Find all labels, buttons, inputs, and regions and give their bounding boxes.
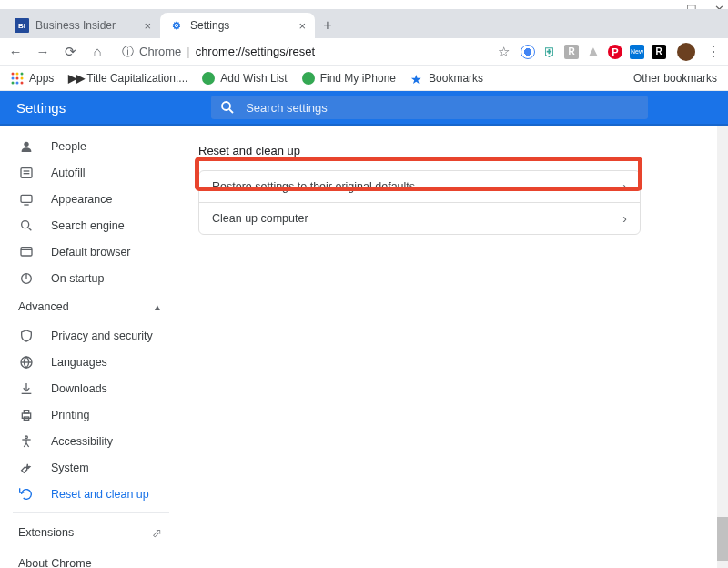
scrollbar-thumb[interactable] <box>717 517 728 561</box>
home-button[interactable]: ⌂ <box>89 44 106 59</box>
ext-icon-1[interactable] <box>521 45 535 59</box>
power-icon <box>18 270 35 287</box>
svg-point-17 <box>22 220 29 228</box>
ext-icon-r2[interactable]: R <box>652 45 666 59</box>
forward-button[interactable]: → <box>35 44 51 59</box>
reload-button[interactable]: ⟳ <box>62 44 78 60</box>
svg-point-9 <box>222 102 230 110</box>
external-link-icon: ⬀ <box>152 526 162 540</box>
globe-icon <box>18 354 35 370</box>
sidebar-item-system[interactable]: System <box>0 454 182 481</box>
svg-point-4 <box>16 76 19 79</box>
search-input[interactable] <box>246 101 639 115</box>
vertical-scrollbar[interactable] <box>717 126 728 568</box>
sidebar-advanced-label: Advanced <box>18 300 69 313</box>
svg-point-2 <box>21 72 24 75</box>
tab-label: Business Insider <box>35 19 116 32</box>
restore-settings-row[interactable]: Restore settings to their original defau… <box>199 171 640 202</box>
svg-line-34 <box>26 443 29 447</box>
sidebar-item-default-browser[interactable]: Default browser <box>0 238 182 265</box>
svg-point-8 <box>21 81 24 84</box>
bookmark-star-icon[interactable]: ☆ <box>498 44 510 60</box>
cleanup-row[interactable]: Clean up computer › <box>199 203 640 234</box>
tab-settings[interactable]: ⚙ Settings × <box>160 13 315 38</box>
apps-button[interactable]: Apps <box>11 72 54 85</box>
other-bookmarks[interactable]: Other bookmarks <box>628 72 717 85</box>
extension-icons: ⛨ R ▲ P New R <box>521 45 666 59</box>
sidebar-item-label: Search engine <box>51 219 125 232</box>
svg-point-7 <box>16 81 19 84</box>
sidebar-item-label: Printing <box>51 409 89 421</box>
autofill-icon <box>18 165 35 181</box>
page-title: Settings <box>16 100 66 116</box>
bookmark-label: Title Capitalization:... <box>86 72 187 85</box>
search-box[interactable] <box>211 96 648 119</box>
sidebar-item-reset[interactable]: Reset and clean up <box>0 481 182 507</box>
restore-settings-label: Restore settings to their original defau… <box>212 180 415 193</box>
menu-icon[interactable]: ⋮ <box>706 43 721 60</box>
ext-icon-shield[interactable]: ⛨ <box>542 45 557 59</box>
sidebar-item-accessibility[interactable]: Accessibility <box>0 428 182 454</box>
tab-close-icon[interactable]: × <box>298 19 306 33</box>
sidebar-advanced-toggle[interactable]: Advanced ▲ <box>0 291 182 322</box>
settings-header: Settings <box>0 91 728 124</box>
svg-point-11 <box>24 141 28 146</box>
sidebar-item-startup[interactable]: On startup <box>0 265 182 291</box>
sidebar-item-downloads[interactable]: Downloads <box>0 375 182 401</box>
bookmark-title-cap[interactable]: ▶▶ Title Capitalization:... <box>68 72 187 85</box>
svg-point-6 <box>12 81 15 84</box>
sidebar-item-autofill[interactable]: Autofill <box>0 159 182 186</box>
sidebar-item-people[interactable]: People <box>0 133 182 159</box>
bookmark-label: Bookmarks <box>429 72 483 85</box>
svg-point-30 <box>25 436 28 439</box>
sidebar-item-printing[interactable]: Printing <box>0 401 182 428</box>
bookmark-findphone[interactable]: Find My iPhone <box>302 72 396 85</box>
sidebar-item-label: Privacy and security <box>51 330 153 342</box>
tab-strip: BI Business Insider × ⚙ Settings × + <box>0 9 728 38</box>
sidebar-item-label: Autofill <box>51 167 86 179</box>
back-button[interactable]: ← <box>7 44 24 59</box>
bookmark-bookmarks[interactable]: ★ Bookmarks <box>410 72 483 85</box>
ext-icon-pinterest[interactable]: P <box>608 45 622 59</box>
sidebar-item-label: Downloads <box>51 382 107 395</box>
sidebar-extensions[interactable]: Extensions ⬀ <box>0 517 182 548</box>
sidebar-item-label: Default browser <box>51 246 131 259</box>
sidebar-item-search[interactable]: Search engine <box>0 212 182 238</box>
svg-point-5 <box>21 76 24 79</box>
sidebar-item-label: Languages <box>51 356 107 369</box>
section-title: Reset and clean up <box>198 144 701 157</box>
sidebar-about[interactable]: About Chrome <box>0 548 182 568</box>
tab-close-icon[interactable]: × <box>144 19 151 33</box>
profile-avatar[interactable] <box>677 43 695 61</box>
content-area: Reset and clean up Restore settings to t… <box>182 126 728 568</box>
chevron-right-icon: › <box>622 211 627 226</box>
apps-label: Apps <box>29 72 54 85</box>
svg-point-3 <box>12 76 15 79</box>
site-info-icon[interactable]: ⓘ <box>122 44 134 60</box>
browser-icon <box>18 244 35 260</box>
sidebar-item-label: Accessibility <box>51 435 113 448</box>
accessibility-icon <box>18 433 35 450</box>
sidebar-item-label: Appearance <box>51 193 112 206</box>
sidebar-item-appearance[interactable]: Appearance <box>0 186 182 212</box>
ext-icon-drive[interactable]: ▲ <box>586 45 601 59</box>
search-icon <box>220 100 235 115</box>
omnibox[interactable]: ⓘ Chrome | chrome://settings/reset <box>116 42 487 62</box>
other-bookmarks-label: Other bookmarks <box>633 72 717 85</box>
bookmark-icon <box>202 72 215 85</box>
url-separator: | <box>187 45 189 58</box>
tab-business-insider[interactable]: BI Business Insider × <box>5 13 160 38</box>
bookmark-wishlist[interactable]: Add Wish List <box>202 72 287 85</box>
svg-point-0 <box>12 72 15 75</box>
settings-card: Restore settings to their original defau… <box>198 170 641 235</box>
sidebar-about-label: About Chrome <box>18 557 92 568</box>
chevron-up-icon: ▲ <box>153 302 162 312</box>
ext-icon-new[interactable]: New <box>630 45 644 59</box>
svg-line-18 <box>28 228 31 230</box>
ext-icon-r1[interactable]: R <box>564 45 579 59</box>
sidebar-item-languages[interactable]: Languages <box>0 349 182 375</box>
sidebar-item-privacy[interactable]: Privacy and security <box>0 322 182 349</box>
new-tab-button[interactable]: + <box>315 13 340 38</box>
person-icon <box>18 138 35 155</box>
cleanup-label: Clean up computer <box>212 212 308 225</box>
